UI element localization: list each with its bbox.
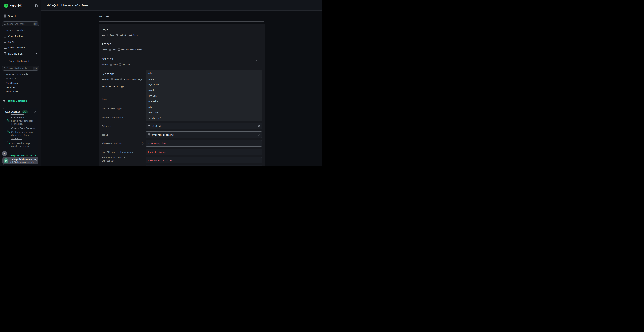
connection-name: Demo <box>113 64 118 66</box>
sidebar-item-team-settings[interactable]: Team Settings <box>3 99 27 102</box>
create-dashboard-button[interactable]: Create Dashboard <box>5 60 29 62</box>
search-section-label: Search <box>8 15 16 18</box>
field-label-name: Name <box>102 98 138 101</box>
chevron-down-icon[interactable] <box>256 30 258 32</box>
connection-name: Demo <box>110 34 114 36</box>
help-circle-icon[interactable]: ? <box>141 142 144 144</box>
connection-chip: Demo <box>109 49 116 51</box>
source-card-meta: Trace Demo otel_v2.otel_traces <box>102 48 142 51</box>
next-input-partial[interactable] <box>146 165 262 166</box>
hyperdx-logo-icon <box>4 4 8 8</box>
connection-name: Demo <box>112 49 116 51</box>
get-started-item-title[interactable]: Create Data Sources <box>11 127 38 130</box>
chevron-down-icon <box>6 78 8 79</box>
select-spinner-icon[interactable] <box>258 125 260 127</box>
table-chip: otel_v2.otel_logs <box>116 34 138 36</box>
get-started-item-title[interactable]: Add Data <box>11 138 36 141</box>
field-label-log-attributes: Log Attributes Expression <box>102 150 138 154</box>
saved-searches-placeholder: Saved Searches <box>7 23 33 25</box>
database-input[interactable]: otel_v2 <box>146 123 262 129</box>
source-card-meta: Session Demo default.hyperdx_s <box>102 78 142 80</box>
source-card-title-logs: Logs <box>102 28 108 31</box>
sidebar-section-search[interactable]: Search <box>4 14 38 18</box>
no-saved-searches-text: No saved searches <box>6 29 25 31</box>
source-card-meta: Log Demo otel_v2.otel_logs <box>102 34 138 36</box>
dropdown-option[interactable]: otel_raw <box>146 110 262 116</box>
preset-kubernetes[interactable]: Kubernetes <box>6 90 19 93</box>
get-started-title: Get Started <box>5 110 20 113</box>
get-started-header[interactable]: Get Started 3/3 <box>5 110 36 113</box>
source-card-title-traces: Traces <box>102 42 111 46</box>
logo-row: HyperDX <box>4 4 22 8</box>
connection-chip: Demo <box>111 78 118 80</box>
check-circle-icon <box>7 141 10 144</box>
timestamp-column-input[interactable]: TimestampTime <box>146 140 262 146</box>
source-type-label: Log <box>102 34 105 36</box>
field-label-resource-attributes: Resource Attributes Expression <box>102 156 130 162</box>
select-spinner-icon[interactable] <box>258 134 260 136</box>
database-dropdown: mta noaa nyc_taxi nypd ontime opensky ot… <box>146 70 262 121</box>
top-header: dale@clickhouse.com's Team <box>41 0 322 10</box>
source-type-label: Metric <box>102 64 108 66</box>
presets-toggle[interactable]: PRESETS <box>6 78 19 80</box>
table-chip: otel_v2.otel_traces <box>118 48 142 51</box>
dropdown-option[interactable]: noaa <box>146 76 262 82</box>
sidebar-item-client-sessions[interactable]: Client Sessions <box>4 46 38 49</box>
connection-chip: Demo <box>110 64 118 66</box>
nav-label: Client Sessions <box>8 46 25 49</box>
user-menu[interactable]: D dale@clickhouse.com dale@clickhouse.co… <box>2 157 38 164</box>
dropdown-scrollbar[interactable] <box>260 92 260 100</box>
chevron-down-icon[interactable] <box>256 45 258 47</box>
logo-text: HyperDX <box>10 4 22 7</box>
log-attributes-input[interactable]: LogAttributes <box>146 149 262 155</box>
text-caret <box>162 124 162 127</box>
bell-icon <box>4 40 6 44</box>
table-name: default.hyperdx_s <box>123 78 142 80</box>
collapse-sidebar-button[interactable] <box>34 4 38 7</box>
connection-name: Demo <box>114 78 118 80</box>
preset-clickhouse[interactable]: ClickHouse <box>6 82 18 84</box>
completed-item-text: Congrats! You're all set <box>9 154 36 157</box>
saved-searches-input[interactable]: Saved Searches ⌘K <box>2 22 39 26</box>
dropdown-option[interactable]: nypd <box>146 87 262 93</box>
help-button[interactable]: ? <box>2 150 7 156</box>
no-saved-dashboards-text: No saved dashboards <box>6 73 28 76</box>
field-label-source-data-type: Source Data Type <box>102 107 138 110</box>
sidebar-item-alerts[interactable]: Alerts <box>4 40 38 44</box>
table-chip: otel_v2 <box>119 63 130 66</box>
shortcut-badge: ⌘K <box>33 67 38 70</box>
dropdown-option-selected[interactable]: otel_v2 <box>146 116 262 121</box>
dropdown-option[interactable]: opensky <box>146 98 262 104</box>
resource-attributes-input[interactable]: ResourceAttributes <box>146 157 262 164</box>
sidebar-section-dashboards[interactable]: Dashboards <box>4 52 38 55</box>
card-divider <box>102 39 262 39</box>
shortcut-badge: ⌘K <box>33 22 38 26</box>
check-icon <box>148 117 150 119</box>
confetti-icon <box>8 155 8 156</box>
dropdown-option[interactable]: nyc_taxi <box>146 82 262 87</box>
check-circle-icon <box>7 130 10 133</box>
field-label-server-connection: Server Connection <box>102 116 138 119</box>
chevron-down-icon[interactable] <box>256 60 258 62</box>
get-started-item-desc: Configure where your data comes from <box>11 131 36 137</box>
sources-divider <box>99 22 264 22</box>
dropdown-option[interactable]: mta <box>146 70 262 76</box>
sidebar-item-chart-explorer[interactable]: Chart Explorer <box>4 35 38 38</box>
preset-services[interactable]: Services <box>6 86 16 89</box>
table-input[interactable]: hyperdx_sessions <box>146 132 262 138</box>
nav-label: Chart Explorer <box>8 35 24 38</box>
dashboards-section-label: Dashboards <box>8 52 22 55</box>
table-chip: default.hyperdx_s <box>120 78 142 80</box>
dropdown-option[interactable]: ontime <box>146 93 262 98</box>
card-divider <box>102 69 262 69</box>
get-started-item-title[interactable]: Connect to ClickHouse <box>11 113 36 119</box>
saved-dashboards-input[interactable]: Saved Dashboards ⌘K <box>2 66 39 71</box>
chart-icon <box>4 35 6 38</box>
source-card-title-sessions: Sessions <box>102 72 114 76</box>
nav-label: Alerts <box>8 40 14 43</box>
card-divider <box>102 54 262 54</box>
gear-icon <box>3 99 6 102</box>
chevron-up-icon <box>34 111 36 112</box>
svg-text:?: ? <box>142 142 143 144</box>
dropdown-option[interactable]: otel <box>146 104 262 110</box>
